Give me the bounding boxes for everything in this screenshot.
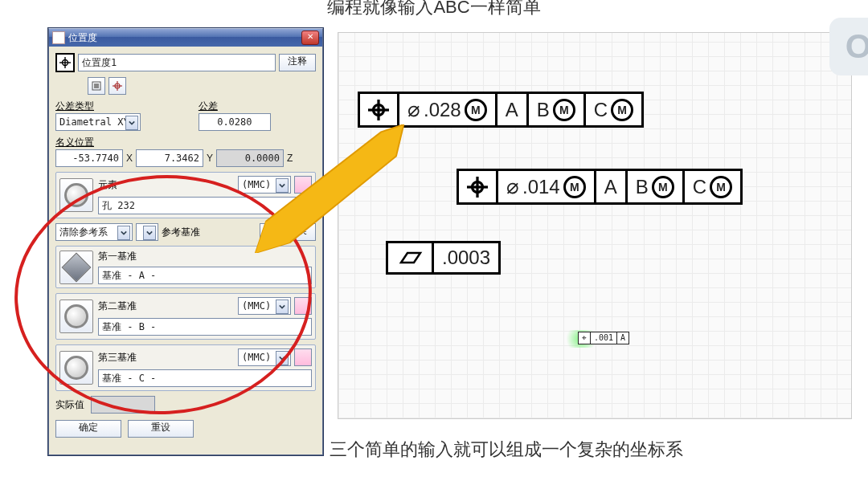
fcf1-datum-a: A (506, 99, 518, 121)
tol-type-label: 公差类型 (55, 100, 195, 113)
tol-label: 公差 (199, 100, 271, 113)
page-bottom-caption: 三个简单的输入就可以组成一个复杂的坐标系 (330, 438, 683, 462)
small-fcf-datum: A (617, 332, 628, 344)
feature-name-input[interactable]: 位置度1 (78, 54, 276, 71)
clear-ref-select[interactable]: 清除参考系 (55, 223, 133, 241)
ref-datum-label: 参考基准 (162, 226, 200, 239)
engineering-drawing: ⌖ .001 A (338, 32, 852, 419)
element-color-button[interactable] (294, 176, 312, 194)
actual-label: 实际值 (55, 398, 84, 412)
ref-dropdown-small[interactable] (136, 223, 158, 241)
element-label: 元素 (98, 178, 235, 192)
fcf1-datum-b: B (537, 99, 550, 121)
mmc-symbol-icon: M (563, 176, 586, 198)
datum3-color-button[interactable] (294, 348, 312, 366)
page-top-caption: 编程就像输入ABC一样简单 (327, 0, 540, 19)
small-fcf-tol: .001 (591, 332, 617, 344)
side-tab[interactable]: O (829, 18, 868, 75)
fcf2-datum-b: B (636, 176, 649, 198)
dialog-title: 位置度 (68, 29, 97, 47)
position-symbol-icon (360, 94, 399, 125)
fcf1-datum-c: C (594, 99, 608, 121)
datum2-icon-button[interactable] (59, 300, 93, 333)
element-mmc-select[interactable]: (MMC) (238, 176, 291, 194)
datum2-mmc-select[interactable]: (MMC) (238, 297, 291, 315)
diameter-symbol-icon: ⌀ (407, 97, 420, 122)
datum3-mmc-select[interactable]: (MMC) (238, 348, 291, 366)
drawing-fcf-small: ⌖ .001 A (578, 332, 629, 344)
datum3-field[interactable]: 基准 - C - (98, 369, 312, 387)
element-group: 元素 (MMC) 孔 232 (55, 172, 316, 218)
annotation-button[interactable]: 注释 (279, 54, 316, 71)
position-dialog: 位置度 ✕ 位置度1 注释 公差类型 Diametral XY (48, 28, 323, 455)
toolbar-icon-1[interactable] (88, 77, 105, 95)
svg-rect-4 (94, 84, 99, 88)
fcf2-tol: .014 (522, 176, 560, 198)
tol-type-select[interactable]: Diametral XY (55, 113, 141, 131)
z-suffix: Z (287, 153, 293, 164)
fcf1-tol: .028 (424, 99, 461, 121)
datum3-label: 第三基准 (98, 351, 235, 365)
small-fcf-symbol: ⌖ (579, 332, 591, 344)
position-symbol-icon (459, 171, 498, 202)
datum2-label: 第二基准 (98, 300, 235, 313)
fcf2-datum-a: A (604, 176, 617, 198)
fcf-callout-2: ⌀.014M A BM CM (457, 169, 743, 205)
fcf-callout-1: ⌀.028M A BM CM (358, 92, 644, 128)
nominal-label: 名义位置 (55, 136, 316, 149)
app-logo-icon (52, 31, 65, 44)
flatness-symbol-icon (388, 243, 434, 272)
chevron-down-icon (125, 116, 138, 130)
chevron-down-icon (143, 226, 156, 240)
datum3-group: 第三基准 (MMC) 基准 - C - (55, 344, 316, 391)
tolerance-input[interactable]: 0.0280 (199, 113, 271, 131)
datum2-field[interactable]: 基准 - B - (98, 318, 312, 336)
actual-value-field (91, 396, 155, 414)
mmc-symbol-icon: M (465, 99, 487, 121)
datum1-group: 第一基准 基准 - A - (55, 246, 316, 288)
diameter-symbol-icon: ⌀ (506, 174, 519, 199)
close-button[interactable]: ✕ (301, 31, 319, 45)
element-field[interactable]: 孔 232 (98, 197, 320, 214)
y-suffix: Y (207, 153, 213, 164)
fcf2-datum-c: C (693, 176, 706, 198)
datum2-group: 第二基准 (MMC) 基准 - B - (55, 293, 316, 340)
chevron-down-icon (117, 226, 130, 240)
reset-button[interactable]: 重设 (128, 420, 194, 438)
datum1-field[interactable]: 基准 - A - (98, 267, 312, 284)
true-position-icon[interactable] (55, 53, 75, 72)
datum3-icon-button[interactable] (59, 351, 93, 385)
mmc-symbol-icon: M (553, 99, 575, 121)
chevron-down-icon (276, 351, 289, 365)
nominal-z-input[interactable]: 0.0000 (216, 149, 284, 167)
chevron-down-icon (276, 300, 289, 314)
datum2-color-button[interactable] (294, 297, 312, 315)
nominal-y-input[interactable]: 7.3462 (136, 149, 203, 167)
fcf3-tol: .0003 (442, 247, 490, 269)
ok-button[interactable]: 确定 (55, 420, 121, 438)
datum1-label: 第一基准 (98, 250, 137, 263)
x-suffix: X (126, 153, 133, 164)
datum1-icon-button[interactable] (59, 251, 93, 284)
fcf-callout-3: .0003 (386, 241, 501, 275)
transform-button[interactable]: 坐标变换 (260, 223, 316, 241)
chevron-down-icon (276, 178, 289, 193)
mmc-symbol-icon: M (710, 176, 732, 198)
toolbar-icon-2[interactable] (108, 77, 126, 95)
nominal-x-input[interactable]: -53.7740 (55, 149, 123, 167)
mmc-symbol-icon: M (652, 176, 674, 198)
dialog-titlebar[interactable]: 位置度 ✕ (49, 29, 322, 47)
element-icon-button[interactable] (59, 178, 93, 212)
mmc-symbol-icon: M (611, 99, 633, 121)
